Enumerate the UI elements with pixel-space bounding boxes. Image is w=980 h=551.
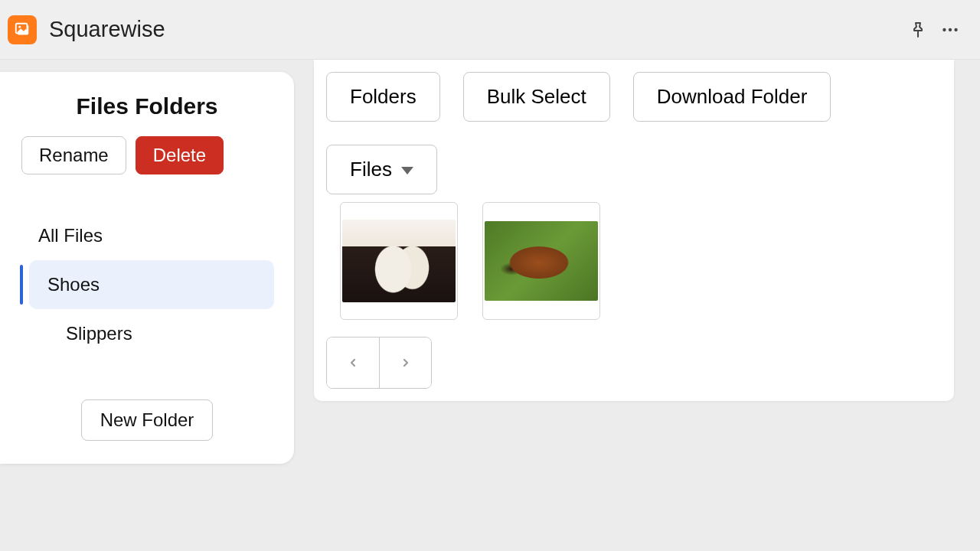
file-thumbnail[interactable] [482, 202, 600, 320]
pin-button[interactable] [902, 14, 934, 46]
pagination [326, 337, 432, 389]
svg-point-2 [18, 25, 21, 28]
app-title: Squarewise [49, 17, 165, 42]
download-folder-button[interactable]: Download Folder [633, 72, 831, 122]
folder-item-all-files[interactable]: All Files [20, 211, 274, 260]
pin-icon [909, 21, 927, 39]
panel-toolbar: Folders Bulk Select Download Folder [326, 72, 942, 122]
app-logo [8, 15, 37, 44]
bulk-select-button[interactable]: Bulk Select [463, 72, 610, 122]
rename-button[interactable]: Rename [21, 136, 126, 174]
prev-page-button[interactable] [327, 337, 379, 388]
file-thumbnail[interactable] [340, 202, 458, 320]
sidebar-title: Files Folders [20, 93, 274, 119]
image-preview-heels [342, 220, 456, 302]
file-grid [326, 194, 942, 334]
image-preview-brown-shoe [485, 221, 598, 301]
button-label: Bulk Select [487, 85, 586, 109]
app-header: Squarewise [0, 0, 980, 60]
svg-point-6 [954, 28, 957, 31]
more-horizontal-icon [940, 20, 960, 40]
button-label: Files [350, 158, 392, 181]
delete-button[interactable]: Delete [136, 136, 224, 174]
sidebar: Files Folders Rename Delete All Files Sh… [0, 72, 294, 464]
next-page-button[interactable] [379, 337, 431, 388]
folder-item-shoes[interactable]: Shoes [29, 260, 274, 309]
chevron-down-icon [401, 167, 413, 174]
chevron-right-icon [400, 354, 412, 372]
more-button[interactable] [934, 14, 966, 46]
photos-icon [14, 21, 31, 38]
svg-point-4 [942, 28, 946, 31]
files-dropdown[interactable]: Files [326, 145, 437, 194]
button-label: Folders [350, 85, 416, 109]
folder-label: Slippers [66, 323, 132, 344]
chevron-left-icon [347, 354, 359, 372]
folders-button[interactable]: Folders [326, 72, 440, 122]
folder-item-slippers[interactable]: Slippers [20, 309, 274, 358]
svg-point-5 [949, 28, 952, 31]
button-label: Download Folder [657, 85, 808, 109]
folder-list: All Files Shoes Slippers [20, 211, 274, 358]
folder-label: All Files [38, 225, 103, 246]
folder-label: Shoes [47, 274, 100, 295]
new-folder-button[interactable]: New Folder [81, 399, 214, 441]
content-panel: Folders Bulk Select Download Folder File… [314, 60, 954, 401]
